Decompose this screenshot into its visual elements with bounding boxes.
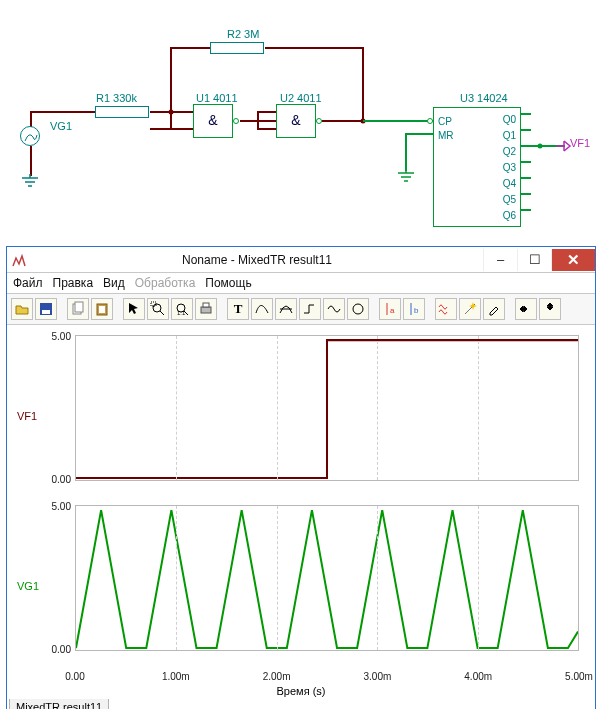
window-title: Noname - MixedTR result11 xyxy=(31,253,483,267)
xtick: 1.00m xyxy=(162,671,190,682)
menu-view[interactable]: Вид xyxy=(103,276,125,290)
label-vf1: VF1 xyxy=(570,137,590,149)
zoom-area-button[interactable] xyxy=(147,298,169,320)
label-u3: U3 14024 xyxy=(460,92,508,104)
svg-rect-1 xyxy=(42,310,50,314)
save-button[interactable] xyxy=(35,298,57,320)
gate-u1: & xyxy=(193,104,233,138)
envelope-button[interactable] xyxy=(323,298,345,320)
label-u2: U2 4011 xyxy=(280,92,322,104)
svg-rect-5 xyxy=(99,306,105,313)
svg-text:1:1: 1:1 xyxy=(177,310,186,316)
x-label: Время (s) xyxy=(277,685,326,697)
plot-vf1: VF1 5.00 0.00 xyxy=(15,331,587,501)
label-r1: R1 330k xyxy=(96,92,137,104)
minimize-button[interactable]: – xyxy=(483,249,517,271)
plot-frame[interactable] xyxy=(75,505,579,651)
ytick: 0.00 xyxy=(47,644,71,655)
menu-help[interactable]: Помощь xyxy=(205,276,251,290)
ytick: 0.00 xyxy=(47,474,71,485)
plot-vg1: VG1 5.00 0.00 xyxy=(15,501,587,671)
svg-rect-11 xyxy=(203,303,209,307)
counter-u3: CP MR Q0 Q1 Q2 Q3 Q4 Q5 Q6 xyxy=(433,107,521,227)
copy-button[interactable] xyxy=(67,298,89,320)
gate-symbol: & xyxy=(208,112,217,128)
print-button[interactable] xyxy=(195,298,217,320)
cursor-a-button[interactable]: a xyxy=(379,298,401,320)
toolbar: 1:1 T a b xyxy=(7,294,595,325)
text-tool-button[interactable]: T xyxy=(227,298,249,320)
plot-area: VF1 5.00 0.00 VG1 5.00 0.00 xyxy=(7,325,595,699)
arrows-lr-button[interactable] xyxy=(515,298,537,320)
ground-icon xyxy=(18,174,42,190)
source-vg1 xyxy=(20,126,40,146)
svg-point-6 xyxy=(153,304,161,312)
svg-text:b: b xyxy=(414,306,419,315)
svg-text:a: a xyxy=(390,306,395,315)
ground-icon xyxy=(394,169,418,185)
menu-bar: Файл Правка Вид Обработка Помощь xyxy=(7,273,595,294)
pointer-button[interactable] xyxy=(123,298,145,320)
cursor-b-button[interactable]: b xyxy=(403,298,425,320)
menu-edit[interactable]: Правка xyxy=(53,276,94,290)
xtick: 5.00m xyxy=(565,671,593,682)
y-label-vg1: VG1 xyxy=(17,580,39,592)
svg-rect-10 xyxy=(201,307,211,313)
xtick: 3.00m xyxy=(363,671,391,682)
ytick: 5.00 xyxy=(47,501,71,512)
curve1-button[interactable] xyxy=(251,298,273,320)
menu-file[interactable]: Файл xyxy=(13,276,43,290)
open-button[interactable] xyxy=(11,298,33,320)
xtick: 2.00m xyxy=(263,671,291,682)
arrows-ud-button[interactable] xyxy=(539,298,561,320)
circle-tool-button[interactable] xyxy=(347,298,369,320)
tab-result[interactable]: MixedTR result11 xyxy=(9,699,109,709)
gate-u2: & xyxy=(276,104,316,138)
label-vg1: VG1 xyxy=(50,120,72,132)
gate-symbol: & xyxy=(291,112,300,128)
resistor-r2 xyxy=(210,42,264,54)
svg-rect-3 xyxy=(75,302,83,312)
y-label-vf1: VF1 xyxy=(17,410,37,422)
close-button[interactable]: ✕ xyxy=(551,249,595,271)
xtick: 0.00 xyxy=(65,671,84,682)
dropper-button[interactable] xyxy=(483,298,505,320)
wand-button[interactable] xyxy=(459,298,481,320)
titlebar[interactable]: Noname - MixedTR result11 – ☐ ✕ xyxy=(7,247,595,273)
maximize-button[interactable]: ☐ xyxy=(517,249,551,271)
curve2-button[interactable] xyxy=(275,298,297,320)
zoom-1to1-button[interactable]: 1:1 xyxy=(171,298,193,320)
label-u1: U1 4011 xyxy=(196,92,238,104)
menu-process[interactable]: Обработка xyxy=(135,276,196,290)
waves-button[interactable] xyxy=(435,298,457,320)
label-r2: R2 3M xyxy=(227,28,259,40)
resistor-r1 xyxy=(95,106,149,118)
probe-vf1 xyxy=(556,139,572,153)
app-icon xyxy=(7,248,31,272)
result-window: Noname - MixedTR result11 – ☐ ✕ Файл Пра… xyxy=(6,246,596,709)
step-button[interactable] xyxy=(299,298,321,320)
svg-point-12 xyxy=(353,304,363,314)
plot-frame[interactable] xyxy=(75,335,579,481)
x-axis: 0.00 1.00m 2.00m 3.00m 4.00m 5.00m Время… xyxy=(15,671,587,697)
schematic-canvas: R2 3M R1 330k VG1 U1 4011 & U2 4011 & xyxy=(0,0,603,240)
xtick: 4.00m xyxy=(464,671,492,682)
ytick: 5.00 xyxy=(47,331,71,342)
paste-button[interactable] xyxy=(91,298,113,320)
